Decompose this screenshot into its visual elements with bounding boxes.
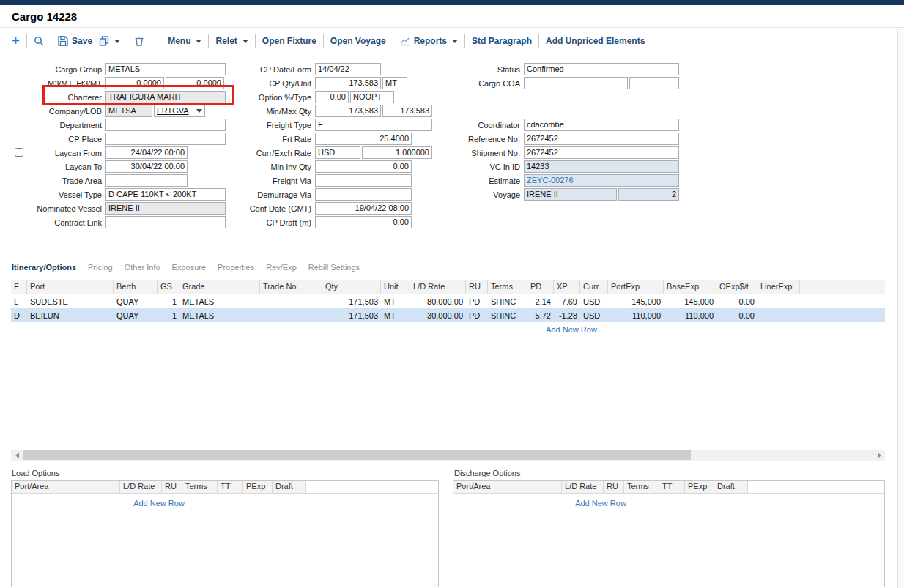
freight-via-field[interactable] — [315, 174, 412, 187]
open-fixture-button[interactable]: Open Fixture — [262, 36, 316, 46]
tab-properties[interactable]: Properties — [218, 263, 254, 272]
department-field[interactable] — [105, 119, 226, 131]
status-field[interactable]: Confirmed — [524, 63, 679, 75]
delete-button[interactable] — [134, 36, 144, 46]
tab-rev-exp[interactable]: Rev/Exp — [266, 263, 297, 272]
freight-type-field[interactable]: F — [315, 119, 432, 131]
laycan-from-field[interactable]: 24/04/22 00:00 — [105, 146, 188, 159]
voyage-label: Voyage — [440, 190, 524, 199]
header-port[interactable]: Port — [27, 280, 114, 294]
reference-no-field[interactable]: 2672452 — [524, 133, 679, 145]
option-pct-field[interactable]: 0.00 — [315, 91, 349, 103]
header-port-area[interactable]: Port/Area — [453, 481, 562, 493]
trade-area-field[interactable] — [105, 174, 188, 187]
header-berth[interactable]: Berth — [114, 280, 158, 294]
conf-date-field[interactable]: 19/04/22 08:00 — [315, 202, 412, 215]
laycan-to-field[interactable]: 30/04/22 00:00 — [105, 160, 188, 173]
header-trade-no[interactable]: Trade No. — [260, 280, 322, 294]
reports-button[interactable]: Reports — [400, 36, 458, 46]
menu-button[interactable]: Menu — [168, 36, 201, 46]
header-f[interactable]: F — [11, 280, 27, 294]
header-pexp[interactable]: PExp — [243, 481, 273, 493]
header-pd[interactable]: PD — [527, 280, 554, 294]
tab-pricing[interactable]: Pricing — [88, 263, 113, 272]
header-portexp[interactable]: PortExp — [608, 280, 664, 294]
header-xp[interactable]: XP — [554, 280, 580, 294]
frt-rate-field[interactable]: 25.4000 — [315, 133, 412, 145]
cp-place-field[interactable] — [105, 133, 226, 145]
cp-unit-field[interactable]: MT — [382, 77, 407, 89]
header-draft[interactable]: Draft — [273, 481, 306, 493]
save-button[interactable]: Save — [58, 36, 92, 46]
header-ru[interactable]: RU — [466, 280, 488, 294]
m3mt-field-2[interactable]: 0.0000 — [166, 77, 224, 89]
m3mt-field-1[interactable]: 0.0000 — [105, 77, 164, 89]
shipment-no-field[interactable]: 2672452 — [524, 146, 679, 159]
header-unit[interactable]: Unit — [381, 280, 410, 294]
horizontal-scrollbar[interactable] — [11, 450, 885, 461]
header-baseexp[interactable]: BaseExp — [664, 280, 716, 294]
header-ld-rate[interactable]: L/D Rate — [562, 481, 604, 493]
horizontal-scrollbar-thumb[interactable] — [23, 450, 691, 460]
search-button[interactable] — [34, 36, 44, 46]
load-options-add-new-row-link[interactable]: Add New Row — [12, 494, 306, 507]
contract-link-field[interactable] — [105, 216, 226, 228]
demurrage-via-field[interactable] — [315, 188, 412, 201]
header-pexp[interactable]: PExp — [685, 481, 714, 493]
header-port-area[interactable]: Port/Area — [12, 481, 120, 493]
discharge-options-add-new-row-link[interactable]: Add New Row — [453, 494, 748, 507]
itinerary-row-load[interactable]: L SUDESTE QUAY 1 METALS 171,503 MT 80,00… — [11, 294, 885, 308]
itinerary-add-new-row-link[interactable]: Add New Row — [11, 322, 885, 334]
add-button[interactable]: + — [12, 36, 20, 46]
estimate-link-field[interactable]: ZEYC-00276 — [524, 174, 679, 187]
title-bar: Cargo 14228 — [0, 5, 904, 28]
vertical-scrollbar[interactable] — [897, 29, 904, 588]
cargo-group-field[interactable]: METALS — [105, 63, 226, 75]
cargo-coa-field-1[interactable] — [524, 77, 628, 89]
open-voyage-button[interactable]: Open Voyage — [330, 36, 386, 46]
add-unpriced-elements-button[interactable]: Add Unpriced Elements — [546, 36, 645, 46]
min-inv-qty-field[interactable]: 0.00 — [315, 160, 412, 173]
cp-draft-field[interactable]: 0.00 — [315, 216, 412, 228]
lob-dropdown[interactable]: FRTGVA — [154, 105, 205, 117]
max-qty-field[interactable]: 173,583 — [382, 105, 432, 117]
exch-rate-field[interactable]: 1.000000 — [362, 146, 432, 159]
laycan-from-row: Laycan From 24/04/22 00:00 — [12, 146, 226, 160]
header-terms[interactable]: Terms — [488, 280, 527, 294]
scroll-right-arrow[interactable] — [873, 450, 885, 461]
tab-other-info[interactable]: Other Info — [125, 263, 160, 272]
header-terms[interactable]: Terms — [182, 481, 218, 493]
header-terms[interactable]: Terms — [624, 481, 659, 493]
header-tt[interactable]: TT — [218, 481, 243, 493]
header-curr[interactable]: Curr — [580, 280, 608, 294]
cp-qty-field[interactable]: 173,583 — [315, 77, 381, 89]
header-ru[interactable]: RU — [162, 481, 182, 493]
coordinator-field[interactable]: cdacombe — [524, 119, 679, 131]
header-gs[interactable]: GS — [158, 280, 179, 294]
header-ld-rate[interactable]: L/D Rate — [120, 481, 162, 493]
scroll-left-arrow[interactable] — [11, 450, 23, 461]
header-draft[interactable]: Draft — [714, 481, 748, 493]
option-type-field[interactable]: NOOPT — [350, 91, 394, 103]
header-oexp[interactable]: OExp$/t — [716, 280, 757, 294]
header-ru[interactable]: RU — [604, 481, 624, 493]
currency-field[interactable]: USD — [315, 146, 360, 159]
copy-button[interactable] — [99, 36, 120, 46]
cargo-coa-field-2[interactable] — [629, 77, 679, 89]
laycan-from-checkbox[interactable] — [15, 148, 23, 157]
tab-rebill-settings[interactable]: Rebill Settings — [308, 263, 360, 272]
tab-itinerary-options[interactable]: Itinerary/Options — [12, 263, 76, 272]
std-paragraph-button[interactable]: Std Paragraph — [472, 36, 532, 46]
relet-button[interactable]: Relet — [215, 36, 248, 46]
header-tt[interactable]: TT — [659, 481, 685, 493]
company-lob-label: Company/LOB — [12, 107, 105, 116]
vessel-type-field[interactable]: D CAPE 110KT < 200KT — [105, 188, 226, 201]
header-ld-rate[interactable]: L/D Rate — [410, 280, 466, 294]
header-linerexp[interactable]: LinerExp — [757, 280, 800, 294]
cp-date-field[interactable]: 14/04/22 — [315, 63, 381, 75]
min-qty-field[interactable]: 173,583 — [315, 105, 381, 117]
itinerary-row-discharge[interactable]: D BEILUN QUAY 1 METALS 171,503 MT 30,000… — [11, 308, 885, 322]
header-grade[interactable]: Grade — [179, 280, 260, 294]
tab-exposure[interactable]: Exposure — [172, 263, 206, 272]
header-qty[interactable]: Qty — [322, 280, 381, 294]
